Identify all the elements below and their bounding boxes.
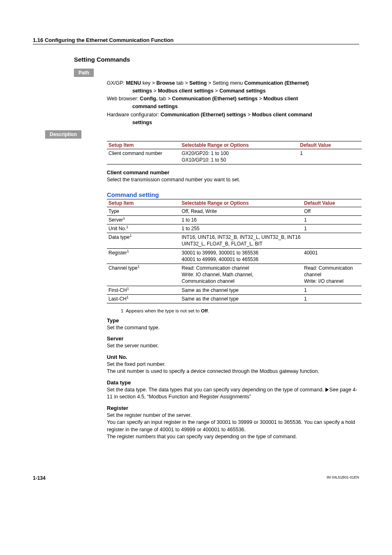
td: Client command number [107, 149, 180, 164]
body-text: Set the register number of the server. Y… [107, 412, 359, 441]
t: settings [132, 88, 152, 94]
t: tab > [157, 96, 172, 102]
t: Command settings [219, 88, 266, 94]
table-row: Server11 to 161 [107, 215, 362, 224]
subhead-type: Type [107, 317, 359, 324]
t: Modbus client [263, 96, 298, 102]
t: Config. [140, 96, 157, 102]
td: Server1 [107, 215, 180, 224]
body-text: Set the command type. [107, 324, 359, 332]
t: tab > [175, 80, 189, 86]
table-row: Client command number GX20/GP20: 1 to 10… [107, 149, 362, 164]
t: Modbus client settings [158, 88, 213, 94]
t: Set the data type. The data types that y… [107, 387, 325, 393]
th: Setup Item [107, 199, 180, 207]
t: . [208, 308, 209, 313]
t: Communication (Ethernet) settings [161, 112, 246, 118]
page-heading: Setting Commands [74, 56, 359, 63]
td: Channel type1 [107, 264, 180, 286]
table-client-command: Setup Item Selectable Range or Options D… [107, 141, 362, 164]
td: Off, Read, Write [180, 207, 302, 215]
td: GX20/GP20: 1 to 100 GX10/GP10: 1 to 50 [180, 149, 298, 164]
t: Modbus client command [252, 112, 312, 118]
td: 30001 to 39999, 300001 to 365536 40001 t… [180, 248, 302, 264]
t: > [246, 112, 252, 118]
table-row: Last-CH1Same as the channel type1 [107, 294, 362, 303]
t: Hardware configurator: [107, 112, 161, 118]
path-block: GX/GP: MENU key > Browse tab > Setting >… [107, 79, 359, 126]
t: settings [132, 120, 152, 125]
footer: 1-134 IM 04L51B01-01EN [33, 475, 359, 481]
td: 1 to 16 [180, 215, 302, 224]
td: 1 [302, 294, 362, 303]
footnote-num: 1 [121, 308, 123, 313]
table-row: First-CH1Same as the channel type1 [107, 286, 362, 294]
td: First-CH1 [107, 286, 180, 294]
td: Data type1 [107, 233, 180, 248]
td: 1 [302, 224, 362, 233]
t: > Setting menu [207, 80, 244, 86]
table-command-setting: Setup Item Selectable Range or Options D… [107, 199, 362, 303]
subhead-unit-no: Unit No. [107, 354, 359, 360]
doc-id: IM 04L51B01-01EN [327, 475, 359, 481]
path-label: Path [74, 69, 94, 77]
body-text: Set the fixed port number. The unit numb… [107, 361, 359, 375]
t: Appears when the type is not set to [126, 308, 201, 313]
t: Communication (Ethernet) settings [172, 96, 258, 102]
td: 1 [302, 286, 362, 294]
subhead-register: Register [107, 405, 359, 411]
td: INT16, UINT16, INT32_B, INT32_L, UINT32_… [180, 233, 302, 248]
th: Default Value [302, 199, 362, 207]
t: > [152, 88, 158, 94]
td: Type [107, 207, 180, 215]
subhead-client-command-number: Client command number [107, 169, 359, 176]
t: Communication (Ethernet) [244, 80, 309, 86]
t: MENU [126, 80, 141, 86]
triangle-icon [325, 388, 329, 392]
td: Read: Communication channel Write: I/O c… [302, 264, 362, 286]
td: 1 [298, 149, 362, 164]
t: Browse [157, 80, 175, 86]
body-text: Set the server number. [107, 342, 359, 350]
body-text: Select the transmission command number y… [107, 176, 359, 184]
description-label: Description [45, 130, 81, 139]
table-row: Register130001 to 39999, 300001 to 36553… [107, 248, 362, 264]
table-row: TypeOff, Read, WriteOff [107, 207, 362, 215]
t: key > [141, 80, 156, 86]
subhead-server: Server [107, 335, 359, 342]
td: Read: Communication channel Write: IO ch… [180, 264, 302, 286]
td: Last-CH1 [107, 294, 180, 303]
t: > [214, 88, 219, 94]
td: Same as the channel type [180, 294, 302, 303]
th: Selectable Range or Options [180, 141, 298, 149]
subhead-data-type: Data type [107, 379, 359, 386]
t: Setting [189, 80, 207, 86]
t: Web browser: [107, 96, 140, 102]
td: 1 to 255 [180, 224, 302, 233]
page-number: 1-134 [33, 475, 46, 481]
td [302, 233, 362, 248]
td: 40001 [302, 248, 362, 264]
section-header: 1.16 Configuring the Ethernet Communicat… [33, 37, 359, 44]
footnote: 1 Appears when the type is not set to Of… [121, 308, 359, 313]
th: Selectable Range or Options [180, 199, 302, 207]
table-row: Data type1INT16, UINT16, INT32_B, INT32_… [107, 233, 362, 248]
t: command settings [132, 104, 178, 109]
th: Setup Item [107, 141, 180, 149]
t: GX/GP: [107, 80, 126, 86]
body-text: Set the data type. The data types that y… [107, 386, 359, 401]
td: 1 [302, 215, 362, 224]
th: Default Value [298, 141, 362, 149]
td: Unit No.1 [107, 224, 180, 233]
t: Off [201, 308, 208, 313]
td: Register1 [107, 248, 180, 264]
td: Off [302, 207, 362, 215]
heading-command-setting: Command setting [107, 191, 359, 198]
table-row: Unit No.11 to 2551 [107, 224, 362, 233]
t: > [258, 96, 263, 102]
table-row: Channel type1Read: Communication channel… [107, 264, 362, 286]
td: Same as the channel type [180, 286, 302, 294]
